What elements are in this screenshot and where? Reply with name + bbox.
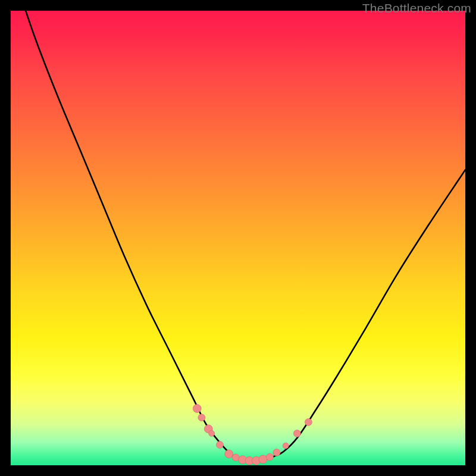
curve-marker xyxy=(209,431,215,437)
curve-marker xyxy=(293,430,300,437)
curve-marker xyxy=(193,405,201,413)
curve-marker xyxy=(198,414,205,421)
watermark-text: TheBottleneck.com xyxy=(362,1,471,15)
curve-marker xyxy=(283,443,289,449)
curve-markers xyxy=(193,405,312,465)
curve-marker xyxy=(216,441,223,449)
curve-marker xyxy=(305,418,312,425)
curve-marker xyxy=(225,450,233,458)
curve-marker xyxy=(259,455,267,464)
bottleneck-curve-path xyxy=(11,11,465,461)
bottleneck-curve-svg xyxy=(11,11,465,465)
curve-marker xyxy=(266,453,273,461)
curve-marker xyxy=(273,449,280,456)
chart-frame: TheBottleneck.com xyxy=(0,0,476,476)
plot-area xyxy=(11,11,465,465)
